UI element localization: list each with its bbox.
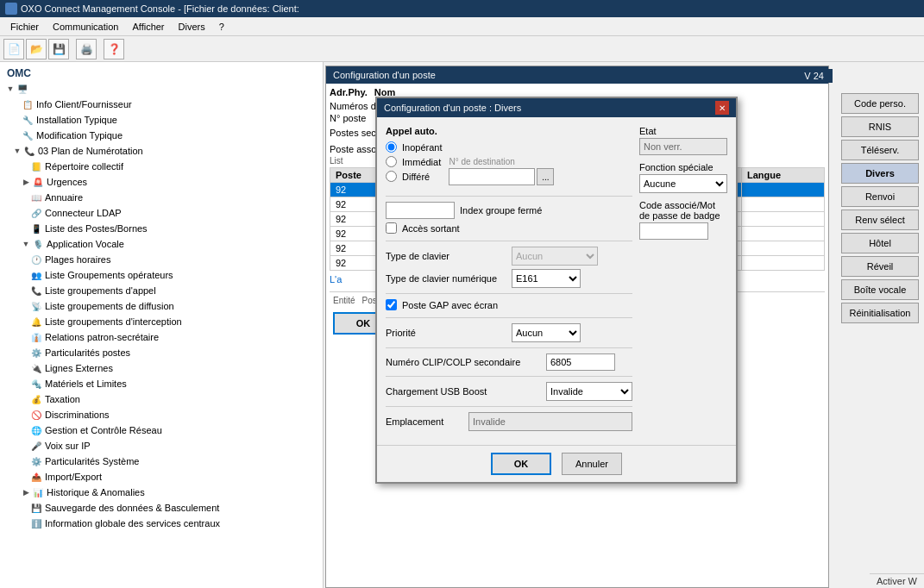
help-button[interactable]: ❓ — [104, 39, 124, 59]
code-perso-button[interactable]: Code perso. — [841, 93, 919, 114]
usb-select[interactable]: Invalide — [546, 382, 632, 401]
rnis-button[interactable]: RNIS — [841, 116, 919, 137]
sidebar-item-taxation[interactable]: 💰 Taxation — [3, 391, 319, 407]
menu-afficher[interactable]: Afficher — [125, 20, 171, 34]
sidebar-gestion-label: Gestion et Contrôle Réseau — [45, 425, 162, 435]
sidebar-particularites-sys-label: Particularités Système — [45, 456, 139, 466]
divers-button[interactable]: Divers — [841, 163, 919, 184]
renvoi-button[interactable]: Renvoi — [841, 186, 919, 207]
radio-differe[interactable] — [386, 171, 397, 182]
sidebar-item-urgences[interactable]: ▶ 🚨 Urgences — [3, 174, 319, 190]
radio-group: Inopérant Immédiat Différé — [386, 141, 442, 182]
radio-immediat[interactable] — [386, 156, 397, 167]
poste-gap-checkbox[interactable] — [386, 299, 397, 310]
teleserv-button[interactable]: Téléserv. — [841, 140, 919, 160]
sidebar-item-discriminations[interactable]: 🚫 Discriminations — [3, 407, 319, 422]
divider-6 — [386, 376, 632, 377]
sidebar-item-plages[interactable]: 🕐 Plages horaires — [3, 252, 319, 267]
radio-inoperant-label: Inopérant — [402, 142, 442, 153]
menu-bar: Fichier Communication Afficher Divers ? — [0, 17, 924, 36]
sidebar-item-gestion[interactable]: 🌐 Gestion et Contrôle Réseau — [3, 422, 319, 438]
type-clavier-num-select[interactable]: E161 — [512, 269, 581, 288]
code-associe-input[interactable] — [639, 222, 708, 240]
behind-title: Configuration d'un poste — [333, 70, 436, 80]
plages-icon: 🕐 — [29, 253, 43, 266]
th-langue: Langue — [741, 168, 824, 183]
dialog-body: Appel auto. Inopérant Immédiat — [377, 117, 736, 445]
renv-select-button[interactable]: Renv sélect — [841, 210, 919, 230]
annuaire-icon: 📖 — [29, 191, 43, 204]
acces-sortant-checkbox[interactable] — [386, 222, 397, 234]
menu-fichier[interactable]: Fichier — [3, 20, 46, 34]
sidebar-item-app-vocale[interactable]: ▼ 🎙️ Application Vocale — [3, 236, 319, 252]
type-clavier-select[interactable]: Aucun — [512, 247, 598, 266]
reinit-button[interactable]: Réinitialisation — [841, 303, 919, 323]
hotel-button[interactable]: Hôtel — [841, 233, 919, 253]
clip-input[interactable] — [546, 353, 615, 371]
sidebar-item-particularites-sys[interactable]: ⚙️ Particularités Système — [3, 454, 319, 469]
sidebar-item-annuaire[interactable]: 📖 Annuaire — [3, 190, 319, 205]
sidebar-ldap-label: Connecteur LDAP — [45, 208, 122, 218]
radio-inoperant-row: Inopérant — [386, 141, 442, 153]
boite-vocale-button[interactable]: Boîte vocale — [841, 279, 919, 300]
expand-urgences-icon: ▶ — [21, 177, 31, 187]
sidebar-item-sauvegarde[interactable]: 💾 Sauvegarde des données & Basculement — [3, 500, 319, 516]
groupements-diff-icon: 📡 — [29, 299, 43, 313]
reveil-button[interactable]: Réveil — [841, 256, 919, 277]
sidebar-header: OMC — [3, 66, 319, 81]
sidebar-item-ldap[interactable]: 🔗 Connecteur LDAP — [3, 205, 319, 221]
sidebar-item-postes[interactable]: 📱 Liste des Postes/Bornes — [3, 221, 319, 236]
sidebar-sauvegarde-label: Sauvegarde des données & Basculement — [45, 503, 219, 513]
sidebar-item-groupements-appel[interactable]: 📞 Liste groupements d'appel — [3, 283, 319, 298]
urgences-icon: 🚨 — [31, 175, 45, 189]
fonction-select[interactable]: Aucune — [639, 174, 727, 193]
new-button[interactable]: 📄 — [3, 39, 24, 59]
sidebar-historique-label: Historique & Anomalies — [47, 487, 145, 497]
sidebar-modif-label: Modification Typique — [36, 130, 123, 141]
open-button[interactable]: 📂 — [26, 39, 47, 59]
sidebar-item-plan[interactable]: ▼ 📞 03 Plan de Numérotation — [3, 143, 319, 159]
sidebar-taxation-label: Taxation — [45, 394, 80, 404]
sidebar-install-label: Installation Typique — [36, 115, 117, 125]
sidebar-voix-label: Voix sur IP — [45, 441, 91, 451]
priorite-label: Priorité — [386, 328, 506, 338]
sidebar-annuaire-label: Annuaire — [45, 192, 83, 203]
sidebar-item-info-globale[interactable]: ℹ️ Information globale des services cent… — [3, 516, 319, 531]
sidebar-item-groupements-inter[interactable]: 🔔 Liste groupements d'interception — [3, 314, 319, 329]
dialog-close-button[interactable]: ✕ — [715, 101, 729, 115]
appel-auto-title: Appel auto. — [386, 126, 632, 136]
destination-input[interactable] — [449, 168, 535, 185]
print-button[interactable]: 🖨️ — [76, 39, 97, 59]
sidebar-particularites-label: Particularités postes — [45, 347, 130, 358]
menu-divers[interactable]: Divers — [172, 20, 212, 34]
radio-immediat-label: Immédiat — [402, 157, 441, 167]
sidebar-item-import[interactable]: 📤 Import/Export — [3, 469, 319, 485]
sidebar-item-root[interactable]: ▼ 🖥️ — [3, 81, 319, 97]
save-button[interactable]: 💾 — [48, 39, 69, 59]
sidebar-item-lignes[interactable]: 🔌 Lignes Externes — [3, 360, 319, 376]
sidebar-item-repertoire[interactable]: 📒 Répertoire collectif — [3, 159, 319, 174]
emplacement-input[interactable] — [468, 412, 632, 431]
destination-browse-button[interactable]: ... — [537, 168, 554, 185]
sidebar-repertoire-label: Répertoire collectif — [45, 161, 123, 172]
ok-button[interactable]: OK — [491, 453, 551, 475]
sidebar-item-particularites[interactable]: ⚙️ Particularités postes — [3, 345, 319, 360]
sidebar-groupements-diff-label: Liste groupements de diffusion — [45, 301, 174, 311]
priorite-select[interactable]: Aucun — [512, 323, 581, 342]
sidebar-item-info[interactable]: 📋 Info Client/Fournisseur — [3, 97, 319, 112]
sidebar-item-modif[interactable]: 🔧 Modification Typique — [3, 128, 319, 143]
sidebar-item-install[interactable]: 🔧 Installation Typique — [3, 112, 319, 128]
divider-1 — [386, 196, 632, 197]
radio-inoperant[interactable] — [386, 141, 397, 153]
menu-communication[interactable]: Communication — [46, 20, 125, 34]
sidebar-item-historique[interactable]: ▶ 📊 Historique & Anomalies — [3, 485, 319, 500]
sidebar-item-groupements-op[interactable]: 👥 Liste Groupements opérateurs — [3, 267, 319, 283]
sidebar-item-relations[interactable]: 👔 Relations patron-secrétaire — [3, 329, 319, 345]
sidebar-item-materiels[interactable]: 🔩 Matériels et Limites — [3, 376, 319, 391]
annuler-button[interactable]: Annuler — [562, 453, 622, 475]
menu-help[interactable]: ? — [212, 20, 231, 34]
sidebar-item-groupements-diff[interactable]: 📡 Liste groupements de diffusion — [3, 298, 319, 314]
sidebar-groupements-appel-label: Liste groupements d'appel — [45, 285, 156, 296]
index-input[interactable] — [386, 202, 455, 219]
sidebar-item-voix[interactable]: 🎤 Voix sur IP — [3, 438, 319, 454]
